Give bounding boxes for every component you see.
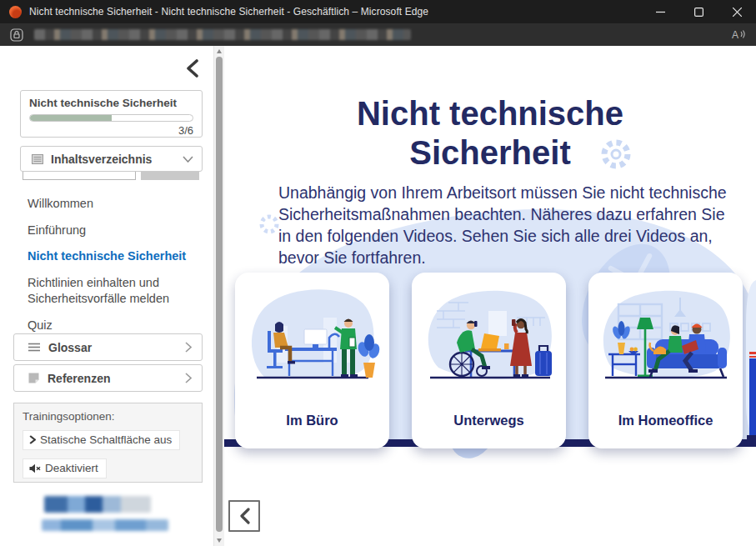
card-label-im-homeoffice: Im Homeoffice [618, 413, 713, 428]
toc-dropdown[interactable]: Inhaltsverzeichnis [20, 146, 203, 172]
audio-mute-toggle[interactable]: Deaktiviert [23, 458, 107, 478]
training-options-title: Trainingsoptionen: [23, 410, 193, 423]
card-label-unterwegs: Unterwegs [453, 413, 523, 428]
toc-label: Inhaltsverzeichnis [51, 153, 152, 166]
static-button-toggle[interactable]: Statische Schaltfläche aus [23, 430, 180, 450]
chevron-right-icon [185, 373, 192, 383]
slide-paragraph: Unabhängig von Ihrem Arbeitsort müssen S… [278, 183, 735, 269]
browser-window: Nicht technische Sicherheit - Nicht tech… [0, 0, 756, 546]
chevron-right-icon [185, 342, 192, 353]
chevron-right-icon [29, 435, 36, 444]
edge-cutoff-decoration [744, 275, 756, 442]
window-title: Nicht technische Sicherheit - Nicht tech… [29, 6, 428, 18]
chevron-down-icon [183, 156, 193, 163]
title-bar: Nicht technische Sicherheit - Nicht tech… [0, 0, 756, 23]
list-icon [32, 154, 43, 164]
url-redacted-text [34, 29, 411, 40]
course-progress-card: Nicht technische Sicherheit 3/6 [20, 90, 203, 138]
lock-icon [10, 28, 23, 42]
scroll-up-icon[interactable] [217, 49, 222, 53]
training-options-box: Trainingsoptionen: Statische Schaltfläch… [13, 403, 203, 483]
logo-redacted-line2 [42, 519, 168, 531]
address-bar[interactable]: A [0, 23, 756, 46]
maximize-icon [694, 8, 703, 17]
speaker-muted-icon [29, 463, 41, 473]
chevron-left-icon [239, 508, 250, 524]
references-button[interactable]: Referenzen [13, 364, 203, 392]
scrolled-item-fragment [23, 172, 136, 180]
references-label: Referenzen [48, 372, 110, 385]
video-card-im-homeoffice[interactable]: Im Homeoffice [588, 273, 743, 448]
static-button-label: Statische Schaltfläche aus [40, 433, 172, 446]
menu-item-willkommen[interactable]: Willkommen [0, 191, 210, 218]
progress-count: 3/6 [29, 124, 193, 137]
mute-button-label: Deaktiviert [45, 462, 98, 474]
read-aloud-icon[interactable]: A [731, 28, 746, 41]
svg-text:A: A [732, 29, 738, 41]
sidebar: Nicht technische Sicherheit 3/6 Inhaltsv… [0, 46, 213, 546]
scroll-down-icon[interactable] [217, 538, 222, 543]
close-button[interactable] [718, 0, 756, 23]
slide-title: Nicht technische Sicherheit [224, 94, 756, 173]
card-label-im-buero: Im Büro [286, 413, 338, 428]
window-controls [641, 0, 756, 23]
page-body: Nicht technische Sicherheit 3/6 Inhaltsv… [0, 46, 756, 546]
scrollbar-thumb[interactable] [216, 57, 223, 532]
video-card-im-buero[interactable]: Im Büro [235, 273, 389, 448]
page-icon [28, 373, 39, 383]
site-favicon-icon [9, 6, 22, 18]
homeoffice-illustration [595, 278, 737, 404]
progress-bar [29, 114, 193, 122]
menu-item-nicht-technische-sicherheit[interactable]: Nicht technische Sicherheit [0, 243, 210, 270]
sidebar-scrollbar[interactable] [213, 46, 224, 546]
office-illustration [242, 278, 383, 404]
scrolled-scrollbar-fragment [141, 172, 199, 180]
glossary-button[interactable]: Glossar [13, 333, 203, 361]
slide-content: Nicht technische Sicherheit Unabhängig v… [224, 46, 756, 546]
minimize-icon [656, 8, 665, 17]
menu-item-einfuehrung[interactable]: Einführung [0, 218, 210, 244]
logo-redacted-line1 [44, 496, 151, 513]
course-title: Nicht technische Sicherheit [29, 97, 193, 109]
chevron-left-icon [186, 59, 198, 78]
menu-item-richtlinien[interactable]: Richtlinien einhalten und Sicherheitsvor… [0, 270, 210, 313]
glossary-lines-icon [28, 343, 40, 352]
minimize-button[interactable] [641, 0, 679, 23]
progress-fill [30, 115, 112, 121]
glossary-label: Glossar [48, 341, 92, 354]
back-button[interactable] [228, 500, 260, 532]
sidebar-collapse-button[interactable] [180, 56, 203, 81]
video-card-unterwegs[interactable]: Unterwegs [412, 273, 566, 448]
travel-illustration [418, 278, 560, 404]
company-logo [0, 496, 210, 531]
close-icon [733, 8, 742, 17]
maximize-button[interactable] [679, 0, 718, 23]
